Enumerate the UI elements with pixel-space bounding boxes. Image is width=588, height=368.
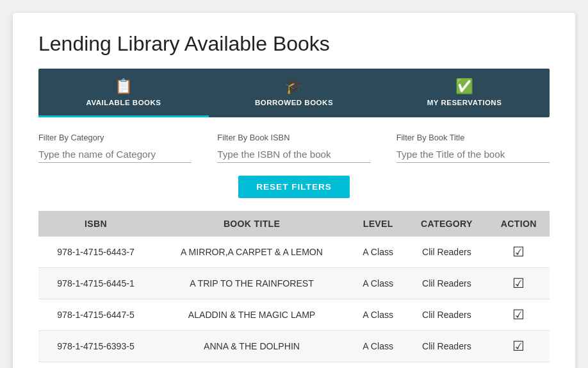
cell-isbn: 978-1-4715-6395-9 — [38, 362, 153, 369]
borrowed-books-icon: 🎓 — [285, 78, 304, 95]
filter-category-input[interactable] — [38, 146, 192, 163]
cell-category: Clil Readers — [405, 237, 487, 268]
filter-title-group: Filter By Book Title — [396, 133, 550, 163]
books-table: ISBN BOOK TITLE LEVEL CATEGORY ACTION 97… — [38, 211, 550, 368]
available-books-icon: 📋 — [115, 78, 133, 95]
cell-title: A TRIP TO THE RAINFOREST — [153, 268, 350, 299]
table-row: 978-1-4715-6443-7 A MIRROR,A CARPET & A … — [38, 237, 550, 268]
cell-isbn: 978-1-4715-6393-5 — [38, 331, 153, 362]
filter-isbn-group: Filter By Book ISBN — [217, 133, 370, 163]
col-level: LEVEL — [350, 211, 405, 237]
nav-available-books[interactable]: 📋 AVAILABLE BOOKS — [38, 69, 209, 117]
cell-action[interactable]: ☑ — [487, 299, 550, 331]
table-header: ISBN BOOK TITLE LEVEL CATEGORY ACTION — [38, 211, 550, 237]
main-container: Lending Library Available Books 📋 AVAILA… — [13, 13, 575, 368]
filter-category-label: Filter By Category — [38, 133, 192, 142]
nav-borrowed-books[interactable]: 🎓 BORROWED BOOKS — [209, 69, 379, 117]
borrow-icon[interactable]: ☑ — [512, 244, 525, 259]
cell-level: A Class — [350, 331, 405, 362]
cell-level: A Class — [350, 299, 405, 331]
cell-action[interactable]: ☑ — [487, 362, 550, 369]
filter-title-input[interactable] — [396, 146, 550, 163]
navigation-bar: 📋 AVAILABLE BOOKS 🎓 BORROWED BOOKS ✅ MY … — [38, 69, 550, 117]
table-row: 978-1-4715-6395-9 CHICKEN LICKEN A Class… — [38, 362, 550, 369]
cell-title: CHICKEN LICKEN — [153, 362, 350, 369]
col-book-title: BOOK TITLE — [153, 211, 350, 237]
col-action: ACTION — [487, 211, 550, 237]
reset-area: RESET FILTERS — [38, 176, 550, 198]
cell-action[interactable]: ☑ — [487, 268, 550, 299]
reservations-icon: ✅ — [455, 78, 474, 95]
page-title: Lending Library Available Books — [38, 32, 550, 56]
cell-level: A Class — [350, 268, 405, 299]
filter-category-group: Filter By Category — [38, 133, 192, 163]
borrow-icon[interactable]: ☑ — [512, 276, 525, 290]
cell-action[interactable]: ☑ — [487, 237, 550, 268]
nav-my-reservations-label: MY RESERVATIONS — [427, 99, 502, 106]
cell-title: ANNA & THE DOLPHIN — [153, 331, 350, 362]
cell-category: Clil Readers — [405, 331, 487, 362]
filter-title-label: Filter By Book Title — [396, 133, 550, 142]
nav-borrowed-books-label: BORROWED BOOKS — [255, 99, 333, 106]
table-header-row: ISBN BOOK TITLE LEVEL CATEGORY ACTION — [38, 211, 550, 237]
cell-category: Clil Readers — [405, 268, 487, 299]
cell-isbn: 978-1-4715-6445-1 — [38, 268, 153, 299]
table-row: 978-1-4715-6445-1 A TRIP TO THE RAINFORE… — [38, 268, 550, 299]
col-isbn: ISBN — [38, 211, 153, 237]
col-category: CATEGORY — [405, 211, 487, 237]
filters-section: Filter By Category Filter By Book ISBN F… — [38, 133, 550, 163]
borrow-icon[interactable]: ☑ — [512, 307, 525, 322]
cell-title: A MIRROR,A CARPET & A LEMON — [153, 237, 350, 268]
borrow-icon[interactable]: ☑ — [512, 339, 525, 353]
cell-level: A Class — [350, 362, 405, 369]
filter-isbn-label: Filter By Book ISBN — [217, 133, 370, 142]
cell-title: ALADDIN & THE MAGIC LAMP — [153, 299, 350, 331]
nav-my-reservations[interactable]: ✅ MY RESERVATIONS — [379, 69, 550, 117]
nav-available-books-label: AVAILABLE BOOKS — [86, 99, 161, 106]
table-body: 978-1-4715-6443-7 A MIRROR,A CARPET & A … — [38, 237, 550, 368]
cell-isbn: 978-1-4715-6447-5 — [38, 299, 153, 331]
cell-isbn: 978-1-4715-6443-7 — [38, 237, 153, 268]
cell-category: Clil Readers — [405, 362, 487, 369]
filter-isbn-input[interactable] — [217, 146, 370, 163]
table-row: 978-1-4715-6393-5 ANNA & THE DOLPHIN A C… — [38, 331, 550, 362]
cell-action[interactable]: ☑ — [487, 331, 550, 362]
reset-filters-button[interactable]: RESET FILTERS — [238, 176, 350, 198]
cell-level: A Class — [350, 237, 405, 268]
cell-category: Clil Readers — [405, 299, 487, 331]
table-row: 978-1-4715-6447-5 ALADDIN & THE MAGIC LA… — [38, 299, 550, 331]
